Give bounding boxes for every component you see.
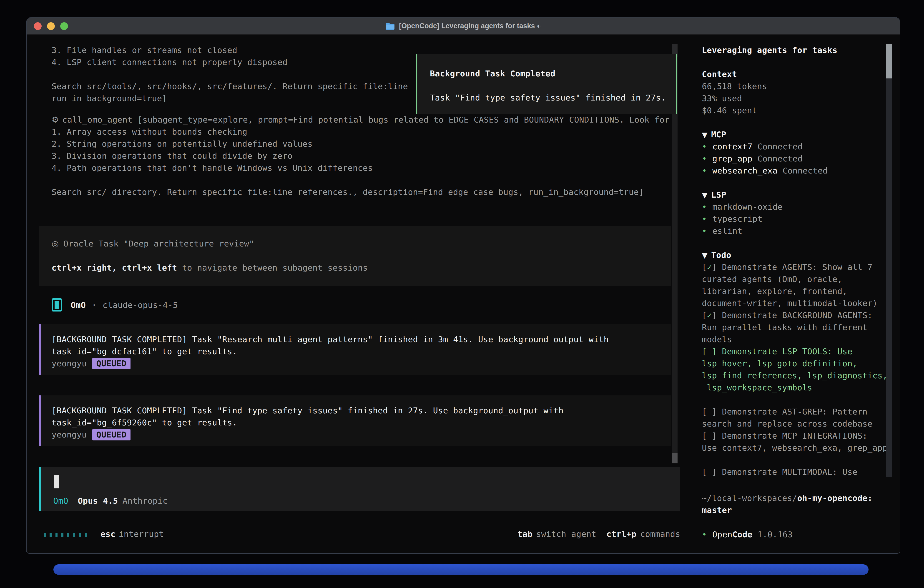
scrollback-text: 3. File handles or streams not closed 4.… [52,44,408,104]
sidebar-scrollbar[interactable] [886,18,892,554]
input-cursor [54,475,59,489]
todo-item-line: models [702,333,888,345]
todo-item-line: librarian, explore, frontend, [702,285,888,297]
bullet-icon: • [702,225,712,237]
todo-item-pending-line: [ ] Demonstrate AST-GREP: Pattern [702,406,888,418]
sidebar-scrollbar-track[interactable] [886,78,892,477]
ctrlp-key-hint: ctrl+p [606,528,636,540]
scrollback-line: 3. File handles or streams not closed [52,44,408,56]
terminal-window: [OpenCode] Leveraging agents for tasks ◐… [26,17,900,554]
task-message-line: task_id="bg_dcfac161" to get results. [52,345,671,357]
tool-call-line: 3. Division operations that could divide… [52,150,670,162]
lsp-item: •eslint [702,225,782,237]
mcp-item: •context7Connected [702,140,828,153]
scrollback-line: run_in_background=true] [52,92,408,104]
workspace-repo: oh-my-opencode: [797,494,872,503]
status-bar-right: tab switch agent ctrl+p commands [26,528,680,540]
task-message-user: yeongyu [52,429,87,441]
todo-heading: Todo [711,250,731,260]
scrollback-line: 4. LSP client connections not properly d… [52,56,408,68]
bullet-icon: • [702,201,712,213]
task-message: [BACKGROUND TASK COMPLETED] Task "Find t… [39,395,671,446]
agent-name: OmO [71,299,86,311]
tool-call-message: ⚙call_omo_agent [subagent_type=explore, … [52,114,670,198]
sidebar-mcp-section: ▼MCP •context7Connected •grep_appConnect… [702,129,828,177]
dock-bar[interactable] [53,564,868,575]
oracle-icon: ◎ [52,239,59,248]
conversation-scrollbar-thumb[interactable] [672,453,678,463]
queued-badge: QUEUED [92,358,130,369]
task-message-line: task_id="bg_6f59260c" to get results. [52,416,671,429]
gear-icon: ⚙ [52,115,59,124]
queued-badge: QUEUED [92,429,130,441]
sidebar-todo-section: ▼Todo [✓] Demonstrate AGENTS: Show all 7… [702,249,888,478]
tab-key-hint: tab [518,528,533,540]
tool-call-header: call_omo_agent [subagent_type=explore, p… [62,115,670,124]
agent-model: claude-opus-4-5 [102,299,178,311]
mcp-heading: MCP [711,130,726,139]
notification-title: Background Task Completed [430,68,676,79]
agent-checkbox-icon [52,298,62,312]
sidebar-footer: •OpenCode1.0.163 [702,529,793,540]
app-version: 1.0.163 [757,530,793,539]
task-message: [BACKGROUND TASK COMPLETED] Task "Resear… [39,324,671,375]
brand-open: Open [712,530,733,539]
todo-item-pending-line: [ ] Demonstrate MCP INTEGRATIONS: [702,430,888,442]
bullet-icon: • [702,153,712,165]
lsp-item: •markdown-oxide [702,201,782,213]
agent-session-header: OmO · claude-opus-4-5 [52,297,178,312]
mcp-item-status: Connected [757,154,803,163]
tool-call-line [52,174,670,186]
scrollback-line: Search src/tools/, src/hooks/, src/featu… [52,80,408,92]
tool-call-line: 2. String operations on potentially unde… [52,138,670,150]
context-tokens: 66,518 tokens [702,80,767,92]
context-heading: Context [702,68,767,80]
todo-item-active-line: lsp_workspace_symbols [702,382,888,393]
check-icon: ✓ [707,263,712,272]
todo-item-line: curated agents (OmO, oracle, [702,273,888,285]
oracle-hint: to navigate between subagent sessions [177,263,368,273]
prompt-input[interactable]: OmO Opus 4.5 Anthropic [39,467,680,511]
oracle-task-card: ◎Oracle Task "Deep architecture review" … [39,226,671,286]
window-titlebar[interactable]: [OpenCode] Leveraging agents for tasks ◐ [26,18,900,35]
todo-item-active-line: lsp_hover, lsp_goto_definition, [702,357,888,370]
todo-item-pending-line: [ ] Demonstrate MULTIMODAL: Use [702,466,888,478]
notification-toast: Background Task Completed Task "Find typ… [416,55,677,114]
sidebar-context-section: Context 66,518 tokens 33% used $0.46 spe… [702,68,767,116]
todo-item-pending-line: Use context7, websearch_exa, grep_app [702,442,888,454]
todo-item-active-line: lsp_find_references, lsp_diagnostics, [702,370,888,382]
lsp-item-name: markdown-oxide [712,202,782,211]
mcp-item-status: Connected [782,166,828,175]
notification-body: Task "Find type safety issues" finished … [430,92,676,104]
context-spent: $0.46 spent [702,104,767,116]
task-message-line: [BACKGROUND TASK COMPLETED] Task "Resear… [52,333,671,345]
todo-item-line: document-writer, multimodal-looker) [702,297,888,309]
check-icon: ✓ [707,311,712,320]
tool-call-line: Search src/ directory. Return specific f… [52,186,670,198]
todo-item-line: Run parallel tasks with different [702,321,888,333]
sidebar-scrollbar-thumb[interactable] [886,44,892,78]
task-message-user: yeongyu [52,357,87,370]
mcp-item-name: context7 [712,142,752,151]
bullet-icon: • [702,529,712,540]
input-agent-name: OmO [53,495,68,507]
oracle-shortcut: ctrl+x right, ctrl+x left [52,263,177,273]
tool-call-line: 1. Array access without bounds checking [52,126,670,138]
input-model: Opus 4.5 [78,495,118,507]
todo-item-done: [✓] Demonstrate AGENTS: Show all 7 [702,261,888,273]
ctrlp-key-label: commands [640,528,680,540]
lsp-heading: LSP [711,190,726,200]
bullet-icon: • [702,213,712,225]
collapse-arrow-icon[interactable]: ▼ [702,251,708,260]
mcp-item: •websearch_exaConnected [702,165,828,177]
workspace-branch: master [702,504,873,516]
collapse-arrow-icon[interactable]: ▼ [702,130,708,139]
lsp-item-name: eslint [712,226,742,236]
brand-code: Code [733,530,752,539]
bullet-icon: • [702,140,712,153]
bullet-icon: • [702,165,712,177]
mcp-item: •grep_appConnected [702,153,828,165]
task-message-line: [BACKGROUND TASK COMPLETED] Task "Find t… [52,405,671,416]
sidebar-lsp-section: ▼LSP •markdown-oxide •typescript •eslint [702,189,782,237]
collapse-arrow-icon[interactable]: ▼ [702,191,708,200]
